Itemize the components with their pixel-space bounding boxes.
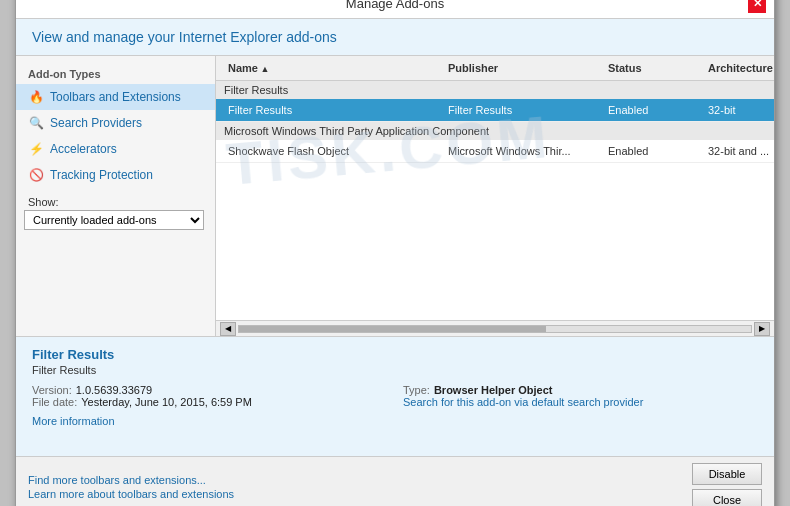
show-label: Show:: [16, 188, 215, 210]
group-header-ms: Microsoft Windows Third Party Applicatio…: [216, 122, 774, 140]
scroll-left-button[interactable]: ◀: [220, 322, 236, 336]
dialog-title: Manage Add-ons: [42, 0, 748, 11]
horizontal-scrollbar[interactable]: ◀ ▶: [216, 320, 774, 336]
footer: Find more toolbars and extensions... Lea…: [16, 456, 774, 506]
detail-right: Type: Browser Helper Object Search for t…: [403, 384, 758, 408]
table-header: Name Publisher Status Architecture Load …: [216, 56, 774, 81]
sidebar-item-toolbars[interactable]: 🔥 Toolbars and Extensions: [16, 84, 215, 110]
detail-title: Filter Results: [32, 347, 758, 362]
close-dialog-button[interactable]: ✕: [748, 0, 766, 13]
search-addon-link[interactable]: Search for this add-on via default searc…: [403, 396, 643, 408]
col-architecture[interactable]: Architecture: [704, 60, 774, 76]
search-link-row[interactable]: Search for this add-on via default searc…: [403, 396, 758, 408]
flame-icon: 🔥: [28, 89, 44, 105]
disable-button[interactable]: Disable: [692, 463, 762, 485]
cell-architecture: 32-bit and ...: [704, 143, 774, 159]
detail-left: Version: 1.0.5639.33679 File date: Yeste…: [32, 384, 387, 408]
main-content: Add-on Types 🔥 Toolbars and Extensions 🔍…: [16, 56, 774, 336]
sidebar-item-search[interactable]: 🔍 Search Providers: [16, 110, 215, 136]
show-dropdown[interactable]: Currently loaded add-ons All add-ons Run…: [24, 210, 204, 230]
version-row: Version: 1.0.5639.33679: [32, 384, 387, 396]
cell-name: Filter Results: [224, 102, 444, 118]
footer-buttons: Disable Close: [692, 463, 762, 506]
detail-subtitle: Filter Results: [32, 364, 758, 376]
more-info-link[interactable]: More information: [32, 415, 115, 427]
col-status[interactable]: Status: [604, 60, 704, 76]
more-info-row[interactable]: More information: [32, 414, 758, 428]
filedate-label: File date:: [32, 396, 77, 408]
group-header-filter: Filter Results: [216, 81, 774, 99]
type-value: Browser Helper Object: [434, 384, 553, 396]
scroll-thumb[interactable]: [239, 326, 546, 332]
detail-grid: Version: 1.0.5639.33679 File date: Yeste…: [32, 384, 758, 408]
cell-status: Enabled: [604, 143, 704, 159]
cell-publisher: Microsoft Windows Thir...: [444, 143, 604, 159]
version-label: Version:: [32, 384, 72, 396]
version-value: 1.0.5639.33679: [76, 384, 152, 396]
type-row: Type: Browser Helper Object: [403, 384, 758, 396]
detail-panel: Filter Results Filter Results Version: 1…: [16, 336, 774, 456]
sidebar-item-accelerators-label: Accelerators: [50, 142, 117, 156]
cell-architecture: 32-bit: [704, 102, 774, 118]
title-bar: Manage Add-ons ✕: [16, 0, 774, 19]
header-text: View and manage your Internet Explorer a…: [32, 29, 337, 45]
addon-types-label: Add-on Types: [16, 64, 215, 84]
col-publisher[interactable]: Publisher: [444, 60, 604, 76]
cell-publisher: Filter Results: [444, 102, 604, 118]
filedate-value: Yesterday, June 10, 2015, 6:59 PM: [81, 396, 252, 408]
header-banner: View and manage your Internet Explorer a…: [16, 19, 774, 56]
table-body: Filter Results Filter Results Filter Res…: [216, 81, 774, 320]
shield-icon: 🚫: [28, 167, 44, 183]
content-area: TISK.COM Name Publisher Status Architect…: [216, 56, 774, 336]
table-row[interactable]: Shockwave Flash Object Microsoft Windows…: [216, 140, 774, 163]
close-button[interactable]: Close: [692, 489, 762, 506]
cell-name: Shockwave Flash Object: [224, 143, 444, 159]
scroll-track[interactable]: [238, 325, 752, 333]
cell-status: Enabled: [604, 102, 704, 118]
sidebar-item-tracking-label: Tracking Protection: [50, 168, 153, 182]
col-name[interactable]: Name: [224, 60, 444, 76]
accelerator-icon: ⚡: [28, 141, 44, 157]
sidebar-item-search-label: Search Providers: [50, 116, 142, 130]
sidebar-item-accelerators[interactable]: ⚡ Accelerators: [16, 136, 215, 162]
footer-links: Find more toolbars and extensions... Lea…: [28, 474, 234, 500]
manage-addons-dialog: Manage Add-ons ✕ View and manage your In…: [15, 0, 775, 506]
find-toolbars-link[interactable]: Find more toolbars and extensions...: [28, 474, 234, 486]
filedate-row: File date: Yesterday, June 10, 2015, 6:5…: [32, 396, 387, 408]
sidebar-item-tracking[interactable]: 🚫 Tracking Protection: [16, 162, 215, 188]
type-label: Type:: [403, 384, 430, 396]
search-icon: 🔍: [28, 115, 44, 131]
learn-more-link[interactable]: Learn more about toolbars and extensions: [28, 488, 234, 500]
table-row[interactable]: Filter Results Filter Results Enabled 32…: [216, 99, 774, 122]
scroll-right-button[interactable]: ▶: [754, 322, 770, 336]
sidebar-item-toolbars-label: Toolbars and Extensions: [50, 90, 181, 104]
sidebar: Add-on Types 🔥 Toolbars and Extensions 🔍…: [16, 56, 216, 336]
